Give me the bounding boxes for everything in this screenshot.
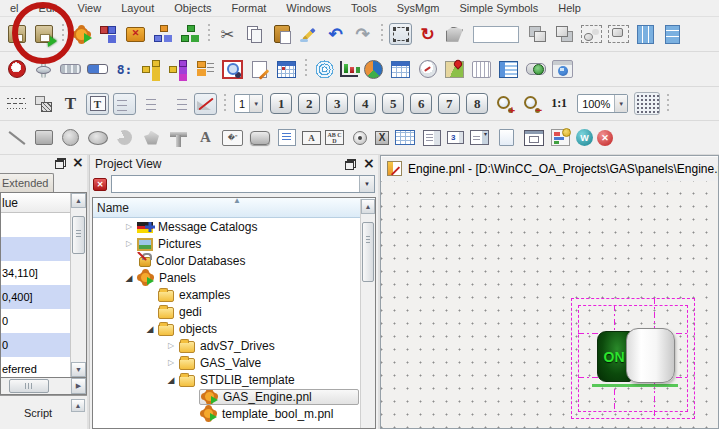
layer-4-button[interactable]: 4: [354, 93, 376, 114]
grid-toggle-icon[interactable]: [634, 92, 660, 115]
table-widget-icon[interactable]: [389, 58, 412, 80]
property-row[interactable]: 0: [1, 309, 70, 333]
hscrollbar-thumb[interactable]: [9, 379, 49, 393]
line-style-icon[interactable]: [5, 93, 28, 115]
radiobutton-tool-icon[interactable]: [348, 127, 371, 149]
scroll-down-icon[interactable]: ▼: [71, 362, 86, 377]
layer-6-button[interactable]: 6: [410, 93, 432, 114]
frame-tool-icon[interactable]: [275, 127, 298, 149]
distribute-rows-icon[interactable]: [661, 23, 684, 45]
float-window-icon[interactable]: [345, 159, 356, 170]
tree-vscrollbar[interactable]: ▲: [360, 199, 375, 428]
collapsed-arrow-icon[interactable]: ▷: [122, 239, 136, 248]
filter-combo[interactable]: ▼: [111, 175, 375, 193]
send-to-back-icon[interactable]: [553, 23, 576, 45]
layer-3-button[interactable]: 3: [326, 93, 348, 114]
embedded-window-icon[interactable]: [522, 127, 545, 149]
property-tree-icon[interactable]: [97, 23, 120, 45]
tree-item-advs7-drives[interactable]: ▷advS7_Drives: [93, 337, 359, 354]
layer-5-button[interactable]: 5: [382, 93, 404, 114]
menu-item-el[interactable]: el: [0, 1, 29, 16]
menu-item-windows[interactable]: Windows: [276, 1, 341, 16]
expanded-arrow-icon[interactable]: ◢: [164, 375, 178, 385]
progressbar-icon[interactable]: [59, 58, 82, 80]
pushbutton-tool-icon[interactable]: [248, 127, 271, 149]
toolbox-icon[interactable]: [124, 23, 147, 45]
scrollbar-thumb[interactable]: [72, 216, 85, 254]
trend-rings-icon[interactable]: [313, 58, 336, 80]
draw-arc-icon[interactable]: [113, 127, 136, 149]
tree-item-gas-engine-pnl[interactable]: GAS_Engine.pnl: [93, 388, 359, 405]
name-column-header[interactable]: Name ▲: [93, 198, 375, 218]
panel-canvas[interactable]: ON: [381, 181, 718, 428]
menu-item-objects[interactable]: Objects: [164, 1, 221, 16]
fill-pattern-icon[interactable]: [32, 93, 55, 115]
label-tool-icon[interactable]: [221, 127, 244, 149]
text-tool-icon[interactable]: A: [194, 127, 217, 149]
listbox-tool-icon[interactable]: [420, 127, 443, 149]
gauge-widget-icon[interactable]: [416, 58, 439, 80]
object-name-field[interactable]: [473, 26, 519, 43]
tree-item-objects[interactable]: ◢objects: [93, 320, 359, 337]
expanded-arrow-icon[interactable]: ◢: [143, 324, 157, 334]
scrollbar-track[interactable]: [71, 208, 86, 362]
tree-item-color-databases[interactable]: Color Databases: [93, 252, 359, 269]
switch-knob[interactable]: [626, 328, 675, 383]
draw-polygon-icon[interactable]: [140, 127, 163, 149]
lcd-digits-icon[interactable]: 8:: [113, 58, 136, 80]
engine-window-titlebar[interactable]: Engine.pnl - [D:\WinCC_OA_Projects\GAS\p…: [381, 156, 718, 181]
line-angle-icon[interactable]: [194, 93, 217, 115]
chevron-down-icon[interactable]: ▼: [359, 176, 374, 192]
zoom-out-icon[interactable]: [520, 93, 543, 115]
select-mode-icon[interactable]: [389, 23, 412, 45]
bar-chart-icon[interactable]: [340, 61, 358, 77]
checkbox-tool-icon[interactable]: X: [375, 131, 389, 145]
tree-item-gas-valve[interactable]: ▷GAS_Valve: [93, 354, 359, 371]
clear-filter-icon[interactable]: ✕: [93, 178, 107, 191]
tree-item-examples[interactable]: examples: [93, 286, 359, 303]
layer-7-button[interactable]: 7: [438, 93, 460, 114]
scroll-right-icon[interactable]: ▶: [71, 378, 86, 394]
property-hscrollbar[interactable]: ▶: [0, 378, 87, 395]
rotate-icon[interactable]: ↻: [416, 23, 439, 45]
filter-combo-value[interactable]: [112, 176, 359, 192]
zoom-in-icon[interactable]: [493, 93, 516, 115]
map-widget-icon[interactable]: [443, 58, 466, 80]
value-column-header[interactable]: lue: [1, 193, 70, 213]
spinbox-tool-icon[interactable]: 3: [447, 131, 464, 144]
draw-line-icon[interactable]: [5, 127, 28, 149]
align-center-icon[interactable]: [140, 93, 163, 115]
property-row[interactable]: [1, 213, 70, 237]
hierarchy-green-icon[interactable]: [178, 23, 201, 45]
collapsed-arrow-icon[interactable]: ▷: [122, 222, 136, 231]
menu-item-sysmgm[interactable]: SysMgm: [387, 1, 450, 16]
tree-item-stdlib-template[interactable]: ◢STDLIB_template: [93, 371, 359, 388]
module-settings-icon[interactable]: [70, 23, 93, 45]
menu-item-help[interactable]: Help: [548, 1, 591, 16]
menu-item-layout[interactable]: Layout: [111, 1, 164, 16]
scroll-up-icon[interactable]: ▲: [71, 399, 85, 412]
scroll-up-icon[interactable]: ▲: [71, 193, 86, 208]
align-right-icon[interactable]: [167, 93, 190, 115]
clock-widget-icon[interactable]: [5, 58, 28, 80]
collapsed-arrow-icon[interactable]: ▷: [164, 341, 178, 350]
tree-widget-icon[interactable]: [140, 58, 163, 80]
scrollbar-track[interactable]: [361, 214, 375, 428]
collapsed-arrow-icon[interactable]: ▷: [164, 358, 178, 367]
menu-item-edit[interactable]: Edit: [29, 1, 68, 16]
pipe-icon[interactable]: [167, 127, 190, 149]
undo-icon[interactable]: ↶: [324, 23, 347, 45]
zoom-combo[interactable]: 100%▼: [577, 94, 628, 113]
format-brush-icon[interactable]: [297, 23, 320, 45]
chevron-down-icon[interactable]: ▼: [614, 95, 627, 112]
bring-to-front-icon[interactable]: [526, 23, 549, 45]
float-window-icon[interactable]: [55, 158, 66, 169]
slider-widget-icon[interactable]: [32, 58, 55, 80]
layer-8-button[interactable]: 8: [466, 93, 488, 114]
chevron-down-icon[interactable]: ▼: [249, 95, 262, 112]
zoom-navigator-icon[interactable]: [221, 58, 244, 80]
property-vscrollbar[interactable]: ▲ ▼: [70, 193, 86, 377]
hierarchy-icon[interactable]: [151, 23, 174, 45]
multiline-tool-icon[interactable]: AB CD: [325, 130, 344, 145]
layer-2-button[interactable]: 2: [298, 93, 320, 114]
